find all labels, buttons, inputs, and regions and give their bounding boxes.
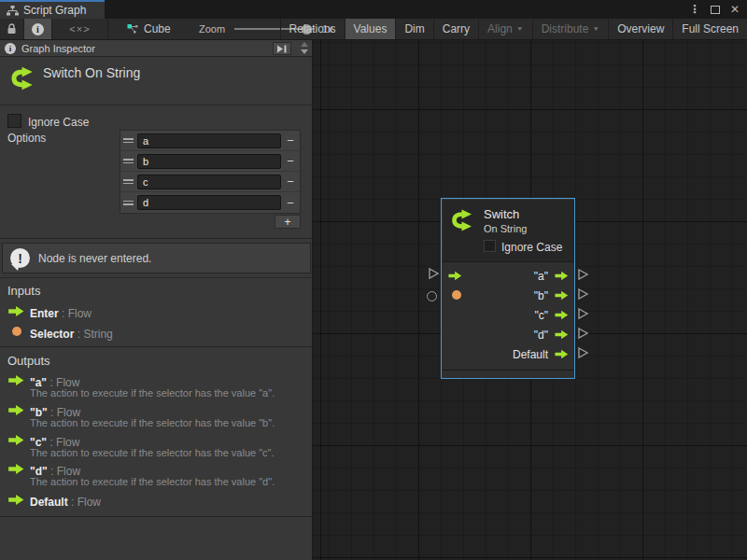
dim-button[interactable]: Dim <box>395 19 432 39</box>
port-label: "d" <box>534 329 548 342</box>
remove-option-button[interactable]: − <box>281 196 300 210</box>
flow-port-icon <box>7 374 25 386</box>
page-title: Switch On String <box>43 65 140 80</box>
tab-script-graph[interactable]: Script Graph <box>0 0 105 19</box>
fullscreen-button[interactable]: Full Screen <box>672 19 747 39</box>
external-value-port-icon[interactable] <box>427 291 437 301</box>
list-item: − <box>120 172 300 192</box>
flow-port-icon <box>7 434 25 446</box>
lock-icon <box>7 23 17 35</box>
flow-port-icon[interactable] <box>554 349 570 359</box>
dock-button[interactable] <box>273 42 291 55</box>
toolbar-right-group: Relations Values Dim Carry Align▼ Distri… <box>280 19 747 39</box>
distribute-dropdown[interactable]: Distribute▼ <box>532 19 609 39</box>
port-row: "b" <box>442 286 574 305</box>
port-label: "b" <box>534 289 548 302</box>
divider <box>0 516 312 517</box>
outputs-header: Outputs <box>7 354 50 368</box>
switch-icon <box>7 64 35 92</box>
port-row: Default <box>442 344 574 364</box>
zoom-label: Zoom <box>199 23 225 35</box>
graph-inspector-panel: i Graph Inspector Switch On String Ignor… <box>0 40 313 560</box>
external-flow-port-icon[interactable] <box>577 346 589 359</box>
align-dropdown[interactable]: Align▼ <box>478 19 532 39</box>
port-label: "a" <box>534 270 548 283</box>
warning-icon: ! <box>10 248 30 268</box>
options-label: Options <box>7 132 46 145</box>
string-port-icon <box>12 327 21 336</box>
node-header[interactable]: Switch On String Ignore Case <box>442 199 574 262</box>
breadcrumb[interactable]: Cube <box>127 19 171 39</box>
scroll-arrows <box>301 42 308 54</box>
breadcrumb-label: Cube <box>144 22 171 35</box>
port-row: "a" <box>442 266 574 286</box>
carry-button[interactable]: Carry <box>433 19 478 39</box>
remove-option-button[interactable]: − <box>281 154 300 168</box>
flow-port-icon <box>7 494 25 506</box>
window-menu-icon[interactable]: ⋮ <box>689 3 700 16</box>
selector-value-port-icon[interactable] <box>452 290 461 300</box>
overview-button[interactable]: Overview <box>608 19 672 39</box>
flow-port-icon[interactable] <box>554 290 570 301</box>
remove-option-button[interactable]: − <box>281 175 300 189</box>
chevron-down-icon: ▼ <box>592 25 599 32</box>
external-flow-port-icon[interactable] <box>577 307 589 320</box>
port-row: "c" <box>442 305 574 325</box>
drag-handle-icon[interactable] <box>120 201 137 205</box>
warning-text: Node is never entered. <box>38 252 151 265</box>
node-ports: "a" "b" "c" "d" Default <box>442 262 574 364</box>
enter-flow-port-icon[interactable] <box>447 271 463 281</box>
window-close-icon[interactable]: ✕ <box>730 3 740 16</box>
input-row: EnterFlow <box>30 304 92 321</box>
port-row: "d" <box>442 325 574 344</box>
tab-bar: Script Graph ⋮ ✕ <box>0 0 747 19</box>
option-field[interactable] <box>137 175 281 189</box>
inspector-toggle-button[interactable]: i <box>24 19 52 39</box>
scroll-down-icon[interactable] <box>301 49 308 54</box>
tab-label: Script Graph <box>23 4 86 17</box>
inspector-header: i Graph Inspector <box>0 40 312 57</box>
relations-button[interactable]: Relations <box>280 19 345 39</box>
ignore-case-checkbox[interactable] <box>7 114 21 128</box>
flow-port-icon <box>7 404 25 416</box>
external-flow-port-icon[interactable] <box>577 268 589 281</box>
graph-icon <box>7 6 19 16</box>
graph-canvas[interactable]: Switch On String Ignore Case "a" "b" "c"… <box>313 40 747 560</box>
variables-button[interactable]: <×> <box>52 19 108 39</box>
port-label: "c" <box>534 309 548 322</box>
flow-port-icon[interactable] <box>554 310 570 320</box>
list-item: − <box>120 192 300 213</box>
external-flow-port-icon[interactable] <box>577 287 589 301</box>
graph-toolbar: i <×> Cube Zoom 1x Relations Values Dim … <box>0 19 747 40</box>
option-field[interactable] <box>137 195 281 210</box>
lock-button[interactable] <box>0 19 24 39</box>
options-list: − − − − <box>120 130 301 214</box>
node-subtitle: On String <box>484 223 527 234</box>
values-button[interactable]: Values <box>345 19 396 39</box>
window-maximize-icon[interactable] <box>711 6 720 14</box>
drag-handle-icon[interactable] <box>120 159 137 163</box>
drag-handle-icon[interactable] <box>120 138 137 143</box>
remove-option-button[interactable]: − <box>281 133 300 147</box>
divider <box>0 238 312 239</box>
port-label: Default <box>513 348 548 361</box>
external-flow-port-icon[interactable] <box>577 327 589 340</box>
list-item: − <box>120 131 300 151</box>
drag-handle-icon[interactable] <box>120 179 137 184</box>
chevron-down-icon: ▼ <box>516 25 524 32</box>
scroll-up-icon[interactable] <box>301 42 308 47</box>
add-option-button[interactable]: + <box>275 215 301 229</box>
flow-port-icon[interactable] <box>554 271 570 281</box>
external-flow-port-icon[interactable] <box>428 267 440 280</box>
output-row: DefaultFlow <box>30 493 101 510</box>
flow-port-icon <box>7 463 25 475</box>
option-field[interactable] <box>137 133 281 148</box>
window-controls: ⋮ ✕ <box>689 0 740 19</box>
option-field[interactable] <box>137 154 281 169</box>
switch-on-string-node[interactable]: Switch On String Ignore Case "a" "b" "c"… <box>441 198 575 379</box>
node-footer <box>442 370 574 378</box>
divider <box>0 105 312 105</box>
variables-icon: <×> <box>69 23 90 35</box>
node-ignore-case-checkbox[interactable] <box>484 240 496 252</box>
flow-port-icon[interactable] <box>554 329 570 340</box>
